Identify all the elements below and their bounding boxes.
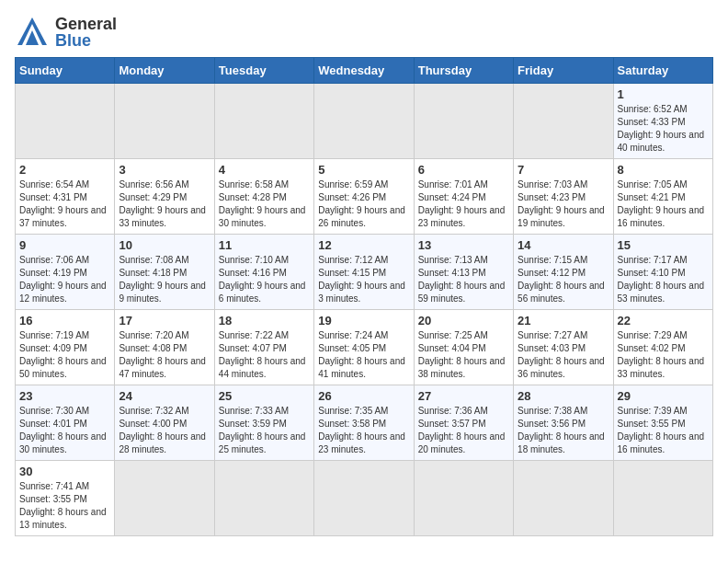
day-number: 18 (219, 314, 310, 327)
day-info: Sunrise: 7:30 AM Sunset: 4:01 PM Dayligh… (19, 405, 110, 456)
day-info: Sunrise: 6:59 AM Sunset: 4:26 PM Dayligh… (318, 178, 409, 230)
calendar-cell: 21Sunrise: 7:27 AM Sunset: 4:03 PM Dayli… (514, 310, 613, 385)
day-number: 10 (119, 238, 210, 252)
calendar-cell: 30Sunrise: 7:41 AM Sunset: 3:55 PM Dayli… (16, 461, 115, 536)
day-info: Sunrise: 7:17 AM Sunset: 4:10 PM Dayligh… (618, 254, 709, 305)
calendar-cell: 29Sunrise: 7:39 AM Sunset: 3:55 PM Dayli… (613, 385, 712, 461)
calendar-cell (115, 461, 214, 536)
day-number: 22 (618, 314, 709, 327)
day-info: Sunrise: 7:27 AM Sunset: 4:03 PM Dayligh… (518, 329, 609, 381)
calendar-cell (514, 84, 613, 159)
calendar-cell: 3Sunrise: 6:56 AM Sunset: 4:29 PM Daylig… (115, 159, 214, 235)
day-info: Sunrise: 7:01 AM Sunset: 4:24 PM Dayligh… (418, 178, 509, 230)
day-number: 26 (318, 389, 409, 403)
calendar-body: 1Sunrise: 6:52 AM Sunset: 4:33 PM Daylig… (16, 84, 713, 536)
calendar-cell: 12Sunrise: 7:12 AM Sunset: 4:15 PM Dayli… (314, 235, 414, 310)
week-row-0: 1Sunrise: 6:52 AM Sunset: 4:33 PM Daylig… (16, 84, 713, 159)
calendar-cell: 25Sunrise: 7:33 AM Sunset: 3:59 PM Dayli… (214, 385, 313, 461)
day-number: 24 (119, 389, 210, 403)
calendar-cell: 26Sunrise: 7:35 AM Sunset: 3:58 PM Dayli… (314, 385, 414, 461)
day-number: 17 (119, 314, 210, 327)
weekday-header-friday: Friday (514, 58, 613, 84)
day-info: Sunrise: 7:19 AM Sunset: 4:09 PM Dayligh… (19, 329, 110, 381)
calendar-cell: 19Sunrise: 7:24 AM Sunset: 4:05 PM Dayli… (314, 310, 414, 385)
week-row-1: 2Sunrise: 6:54 AM Sunset: 4:31 PM Daylig… (16, 159, 713, 235)
calendar-cell: 6Sunrise: 7:01 AM Sunset: 4:24 PM Daylig… (414, 159, 513, 235)
day-number: 7 (518, 163, 609, 177)
day-info: Sunrise: 7:25 AM Sunset: 4:04 PM Dayligh… (418, 329, 509, 381)
logo: General Blue (15, 15, 117, 50)
calendar-cell (613, 461, 712, 536)
calendar-table: SundayMondayTuesdayWednesdayThursdayFrid… (15, 57, 713, 536)
day-info: Sunrise: 7:06 AM Sunset: 4:19 PM Dayligh… (19, 254, 110, 305)
calendar-cell (16, 84, 115, 159)
day-info: Sunrise: 7:41 AM Sunset: 3:55 PM Dayligh… (19, 480, 110, 532)
day-number: 23 (19, 389, 110, 403)
day-number: 21 (518, 314, 609, 327)
weekday-header-saturday: Saturday (613, 58, 712, 84)
day-info: Sunrise: 6:52 AM Sunset: 4:33 PM Dayligh… (618, 103, 709, 155)
calendar-cell (514, 461, 613, 536)
calendar-cell: 9Sunrise: 7:06 AM Sunset: 4:19 PM Daylig… (16, 235, 115, 310)
day-info: Sunrise: 7:22 AM Sunset: 4:07 PM Dayligh… (219, 329, 310, 381)
day-number: 9 (19, 238, 110, 252)
day-number: 30 (19, 465, 110, 478)
day-info: Sunrise: 6:54 AM Sunset: 4:31 PM Dayligh… (19, 178, 110, 230)
day-info: Sunrise: 6:56 AM Sunset: 4:29 PM Dayligh… (119, 178, 210, 230)
day-number: 27 (418, 389, 509, 403)
day-number: 12 (318, 238, 409, 252)
day-number: 28 (518, 389, 609, 403)
day-number: 20 (418, 314, 509, 327)
weekday-header-monday: Monday (115, 58, 214, 84)
calendar-cell: 17Sunrise: 7:20 AM Sunset: 4:08 PM Dayli… (115, 310, 214, 385)
calendar-cell: 23Sunrise: 7:30 AM Sunset: 4:01 PM Dayli… (16, 385, 115, 461)
calendar-cell: 28Sunrise: 7:38 AM Sunset: 3:56 PM Dayli… (514, 385, 613, 461)
week-row-2: 9Sunrise: 7:06 AM Sunset: 4:19 PM Daylig… (16, 235, 713, 310)
weekday-header-thursday: Thursday (414, 58, 513, 84)
calendar-cell: 24Sunrise: 7:32 AM Sunset: 4:00 PM Dayli… (115, 385, 214, 461)
calendar-cell: 16Sunrise: 7:19 AM Sunset: 4:09 PM Dayli… (16, 310, 115, 385)
day-number: 1 (618, 87, 709, 101)
calendar-cell: 20Sunrise: 7:25 AM Sunset: 4:04 PM Dayli… (414, 310, 513, 385)
day-info: Sunrise: 6:58 AM Sunset: 4:28 PM Dayligh… (219, 178, 310, 230)
day-number: 19 (318, 314, 409, 327)
week-row-3: 16Sunrise: 7:19 AM Sunset: 4:09 PM Dayli… (16, 310, 713, 385)
day-info: Sunrise: 7:20 AM Sunset: 4:08 PM Dayligh… (119, 329, 210, 381)
day-info: Sunrise: 7:35 AM Sunset: 3:58 PM Dayligh… (318, 405, 409, 456)
weekday-header-sunday: Sunday (16, 58, 115, 84)
day-number: 11 (219, 238, 310, 252)
day-info: Sunrise: 7:33 AM Sunset: 3:59 PM Dayligh… (219, 405, 310, 456)
calendar-cell (214, 461, 313, 536)
calendar-cell (115, 84, 214, 159)
calendar-cell: 4Sunrise: 6:58 AM Sunset: 4:28 PM Daylig… (214, 159, 313, 235)
calendar-cell (314, 461, 414, 536)
calendar-cell (314, 84, 414, 159)
calendar-cell: 2Sunrise: 6:54 AM Sunset: 4:31 PM Daylig… (16, 159, 115, 235)
day-info: Sunrise: 7:03 AM Sunset: 4:23 PM Dayligh… (518, 178, 609, 230)
calendar-cell (414, 461, 513, 536)
calendar-cell (214, 84, 313, 159)
day-number: 29 (618, 389, 709, 403)
day-info: Sunrise: 7:32 AM Sunset: 4:00 PM Dayligh… (119, 405, 210, 456)
day-info: Sunrise: 7:15 AM Sunset: 4:12 PM Dayligh… (518, 254, 609, 305)
day-number: 8 (618, 163, 709, 177)
calendar-cell: 15Sunrise: 7:17 AM Sunset: 4:10 PM Dayli… (613, 235, 712, 310)
day-info: Sunrise: 7:29 AM Sunset: 4:02 PM Dayligh… (618, 329, 709, 381)
calendar-cell: 18Sunrise: 7:22 AM Sunset: 4:07 PM Dayli… (214, 310, 313, 385)
day-number: 5 (318, 163, 409, 177)
calendar-cell: 10Sunrise: 7:08 AM Sunset: 4:18 PM Dayli… (115, 235, 214, 310)
weekday-header-row: SundayMondayTuesdayWednesdayThursdayFrid… (16, 58, 713, 84)
calendar-cell: 13Sunrise: 7:13 AM Sunset: 4:13 PM Dayli… (414, 235, 513, 310)
logo-icon (15, 15, 50, 50)
week-row-5: 30Sunrise: 7:41 AM Sunset: 3:55 PM Dayli… (16, 461, 713, 536)
day-number: 14 (518, 238, 609, 252)
day-info: Sunrise: 7:10 AM Sunset: 4:16 PM Dayligh… (219, 254, 310, 305)
calendar-cell: 1Sunrise: 6:52 AM Sunset: 4:33 PM Daylig… (613, 84, 712, 159)
day-info: Sunrise: 7:12 AM Sunset: 4:15 PM Dayligh… (318, 254, 409, 305)
day-info: Sunrise: 7:05 AM Sunset: 4:21 PM Dayligh… (618, 178, 709, 230)
calendar-cell: 5Sunrise: 6:59 AM Sunset: 4:26 PM Daylig… (314, 159, 414, 235)
day-info: Sunrise: 7:38 AM Sunset: 3:56 PM Dayligh… (518, 405, 609, 456)
calendar-cell (414, 84, 513, 159)
calendar-cell: 7Sunrise: 7:03 AM Sunset: 4:23 PM Daylig… (514, 159, 613, 235)
day-info: Sunrise: 7:36 AM Sunset: 3:57 PM Dayligh… (418, 405, 509, 456)
